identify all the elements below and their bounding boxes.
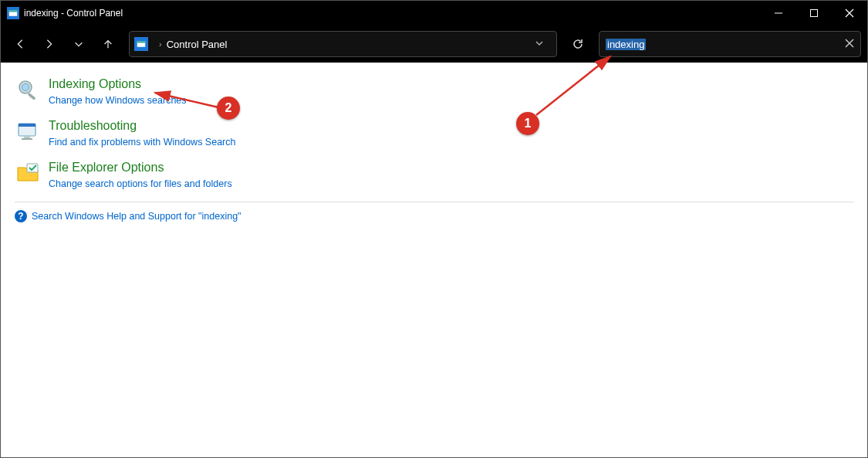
svg-rect-7 — [137, 41, 146, 42]
result-subtext[interactable]: Change search options for files and fold… — [49, 177, 232, 191]
result-file-explorer-options[interactable]: File Explorer Options Change search opti… — [15, 160, 853, 191]
control-panel-icon — [134, 37, 148, 51]
result-indexing-options[interactable]: Indexing Options Change how Windows sear… — [15, 76, 853, 107]
result-title[interactable]: File Explorer Options — [49, 160, 232, 175]
up-button[interactable] — [95, 31, 121, 57]
svg-rect-16 — [22, 138, 32, 140]
result-subtext[interactable]: Change how Windows searches — [49, 93, 187, 107]
address-dropdown-icon[interactable] — [535, 37, 544, 51]
forward-button[interactable] — [36, 31, 62, 57]
close-button[interactable] — [832, 1, 867, 25]
file-explorer-options-icon — [15, 160, 41, 186]
clear-search-icon[interactable] — [845, 38, 854, 50]
back-button[interactable] — [7, 31, 33, 57]
results-area: Indexing Options Change how Windows sear… — [1, 63, 867, 457]
title-bar: indexing - Control Panel — [1, 1, 867, 25]
svg-rect-12 — [28, 93, 36, 100]
result-troubleshooting[interactable]: Troubleshooting Find and fix problems wi… — [15, 118, 853, 149]
minimize-button[interactable] — [761, 1, 796, 25]
maximize-button[interactable] — [796, 1, 832, 25]
search-input[interactable]: indexing — [599, 31, 861, 57]
address-bar[interactable]: › Control Panel — [129, 31, 557, 57]
indexing-options-icon — [15, 76, 41, 103]
svg-point-11 — [22, 84, 29, 91]
result-subtext[interactable]: Find and fix problems with Windows Searc… — [49, 135, 235, 149]
breadcrumb-control-panel[interactable]: Control Panel — [167, 39, 228, 50]
search-value: indexing — [606, 39, 646, 50]
control-panel-window: indexing - Control Panel › — [0, 0, 868, 458]
svg-rect-3 — [811, 10, 818, 17]
separator — [15, 202, 853, 202]
recent-locations-button[interactable] — [66, 31, 92, 57]
breadcrumb-sep: › — [159, 39, 162, 49]
refresh-button[interactable] — [565, 31, 591, 57]
toolbar: › Control Panel indexing — [1, 25, 867, 63]
result-title[interactable]: Indexing Options — [49, 76, 187, 92]
control-panel-app-icon — [7, 7, 19, 19]
svg-rect-17 — [27, 164, 38, 172]
help-search-link[interactable]: ? Search Windows Help and Support for "i… — [15, 210, 853, 222]
troubleshooting-icon — [15, 118, 41, 144]
svg-rect-1 — [9, 10, 18, 12]
help-icon: ? — [15, 210, 27, 222]
svg-rect-15 — [24, 136, 30, 138]
svg-rect-14 — [19, 124, 35, 127]
result-title[interactable]: Troubleshooting — [49, 118, 235, 134]
help-text[interactable]: Search Windows Help and Support for "ind… — [32, 211, 241, 222]
window-title: indexing - Control Panel — [24, 8, 123, 19]
